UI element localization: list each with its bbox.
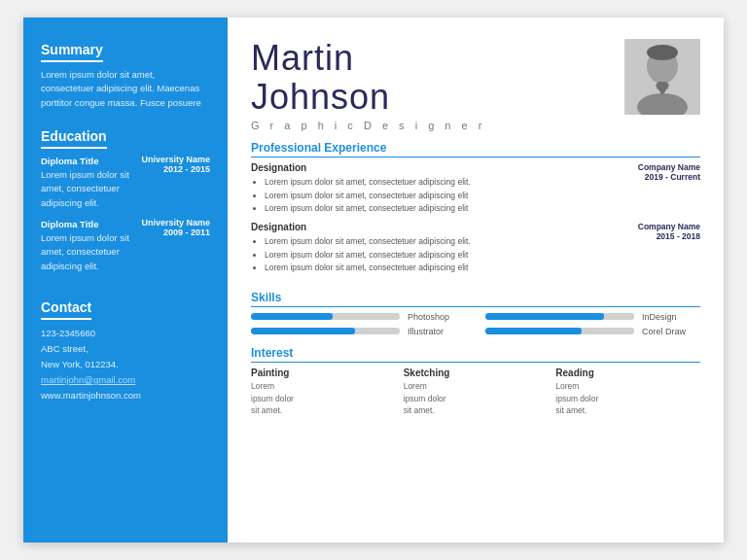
edu-desc-1: Lorem ipsum dolor sit amet, consectetuer… — [41, 168, 137, 210]
contact-section: Contact 123-2345660 ABC street,New York,… — [41, 298, 210, 404]
edu-right-2: University Name 2009 - 2011 — [141, 218, 210, 273]
contact-address: ABC street,New York, 012234. — [41, 341, 210, 372]
exp-bullets-1: Lorem ipsum dolor sit amet, consectetuer… — [251, 176, 603, 216]
header-row: Martin Johnson G r a p h i c D e s i g n… — [251, 39, 700, 131]
skills-section: Skills Photoshop InDesign — [251, 291, 700, 336]
interest-reading: Reading Loremipsum dolorsit amet. — [555, 368, 700, 417]
edu-left-1: Diploma Title Lorem ipsum dolor sit amet… — [41, 155, 137, 210]
exp-content-1: Designation Lorem ipsum dolor sit amet, … — [251, 162, 603, 216]
skill-label-illustrator: Illustrator — [408, 327, 466, 336]
skill-photoshop: Photoshop — [251, 312, 466, 322]
sidebar: Summary Lorem ipsum dolor sit amet, cons… — [23, 18, 228, 542]
interest-title-reading: Reading — [555, 368, 700, 378]
edu-uni-2: University Name — [141, 218, 210, 228]
exp-job-1: Designation Lorem ipsum dolor sit amet, … — [251, 162, 700, 216]
bullet-2-2: Lorem ipsum dolor sit amet, consectetuer… — [265, 249, 603, 262]
summary-section: Summary Lorem ipsum dolor sit amet, cons… — [41, 41, 210, 110]
job-title: G r a p h i c D e s i g n e r — [251, 120, 485, 131]
skill-bar-fill-indesign — [485, 313, 604, 320]
exp-designation-1: Designation — [251, 162, 603, 173]
svg-point-5 — [647, 45, 678, 60]
edu-entry-2: Diploma Title Lorem ipsum dolor sit amet… — [41, 218, 210, 273]
skill-label-indesign: InDesign — [642, 312, 700, 322]
skill-bar-fill-illustrator — [251, 328, 355, 334]
experience-title: Professional Experience — [251, 141, 700, 158]
experience-section: Professional Experience Designation Lore… — [251, 141, 700, 281]
edu-desc-2: Lorem ipsum dolor sit amet, consectetuer… — [41, 231, 137, 273]
contact-email: martinjohn@gmail.com — [41, 372, 210, 388]
edu-years-1: 2012 - 2015 — [141, 164, 210, 174]
contact-title: Contact — [41, 299, 91, 320]
bullet-1-1: Lorem ipsum dolor sit amet, consectetuer… — [265, 176, 603, 190]
edu-years-2: 2009 - 2011 — [141, 228, 210, 237]
interest-title-painting: Painting — [251, 368, 396, 378]
name-block: Martin Johnson G r a p h i c D e s i g n… — [251, 39, 485, 131]
edu-left-2: Diploma Title Lorem ipsum dolor sit amet… — [41, 218, 137, 273]
exp-company-1: Company Name 2019 - Current — [603, 162, 700, 216]
contact-phone: 123-2345660 — [41, 326, 210, 341]
exp-content-2: Designation Lorem ipsum dolor sit amet, … — [251, 222, 603, 275]
skill-illustrator: Illustrator — [251, 327, 466, 336]
edu-entry-1: Diploma Title Lorem ipsum dolor sit amet… — [41, 155, 210, 210]
main-content: Martin Johnson G r a p h i c D e s i g n… — [228, 18, 724, 542]
bullet-1-2: Lorem ipsum dolor sit amet, consectetuer… — [265, 190, 603, 203]
skill-label-photoshop: Photoshop — [408, 312, 466, 322]
interest-sketching: Sketching Loremipsum dolorsit amet. — [404, 368, 549, 417]
interest-title: Interest — [251, 346, 700, 363]
exp-job-2: Designation Lorem ipsum dolor sit amet, … — [251, 222, 700, 275]
interest-title-sketching: Sketching — [404, 368, 549, 378]
interest-grid: Painting Loremipsum dolorsit amet. Sketc… — [251, 368, 700, 417]
skill-bar-bg-illustrator — [251, 328, 400, 334]
interest-painting: Painting Loremipsum dolorsit amet. — [251, 368, 396, 417]
edu-uni-1: University Name — [141, 155, 210, 164]
skill-indesign: InDesign — [485, 312, 700, 322]
bullet-2-1: Lorem ipsum dolor sit amet, consectetuer… — [265, 235, 603, 249]
edu-right-1: University Name 2012 - 2015 — [141, 155, 210, 210]
skill-bar-bg-coreldraw — [485, 328, 634, 334]
interest-text-reading: Loremipsum dolorsit amet. — [555, 380, 700, 417]
profile-photo — [624, 39, 700, 115]
contact-website: www.martinjohnson.com — [41, 388, 210, 403]
bullet-1-3: Lorem ipsum dolor sit amet, consectetuer… — [265, 202, 603, 216]
skill-bar-bg-indesign — [485, 313, 634, 320]
summary-text: Lorem ipsum dolor sit amet, consectetuer… — [41, 68, 210, 110]
skills-title: Skills — [251, 291, 700, 307]
interest-text-painting: Loremipsum dolorsit amet. — [251, 380, 396, 417]
skill-bar-fill-photoshop — [251, 313, 333, 320]
exp-company-2: Company Name 2015 - 2018 — [603, 222, 700, 275]
summary-title: Summary — [41, 42, 103, 62]
skills-grid: Photoshop InDesign Illustrator — [251, 312, 700, 336]
interest-text-sketching: Loremipsum dolorsit amet. — [404, 380, 549, 417]
name-last: Johnson — [251, 78, 485, 117]
skill-coreldraw: Corel Draw — [485, 327, 700, 336]
edu-diploma-1: Diploma Title — [41, 155, 137, 168]
skill-label-coreldraw: Corel Draw — [642, 327, 700, 336]
education-section: Education Diploma Title Lorem ipsum dolo… — [41, 127, 210, 281]
bullet-2-3: Lorem ipsum dolor sit amet, consectetuer… — [265, 262, 603, 275]
skill-bar-fill-coreldraw — [485, 328, 582, 334]
exp-bullets-2: Lorem ipsum dolor sit amet, consectetuer… — [251, 235, 603, 275]
skill-bar-bg-photoshop — [251, 313, 400, 320]
name-first: Martin — [251, 39, 485, 78]
resume-container: Summary Lorem ipsum dolor sit amet, cons… — [23, 18, 724, 542]
edu-diploma-2: Diploma Title — [41, 218, 137, 231]
education-title: Education — [41, 128, 107, 149]
interest-section: Interest Painting Loremipsum dolorsit am… — [251, 346, 700, 417]
exp-designation-2: Designation — [251, 222, 603, 232]
